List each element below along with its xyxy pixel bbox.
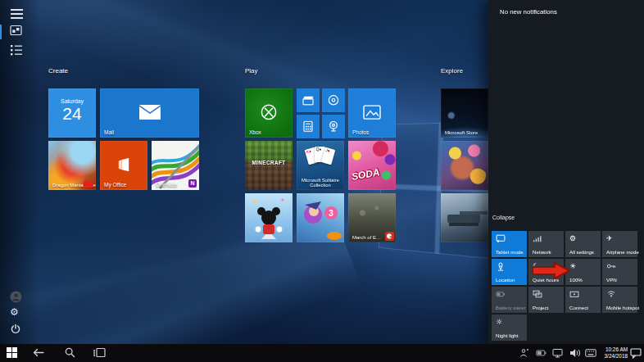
tile-solitaire[interactable]: K♦ Q♠ J♥ Microsoft Solitaire Collection [297, 141, 344, 190]
pinned-tiles-icon[interactable] [10, 24, 25, 38]
tile-groove-music[interactable] [322, 88, 345, 112]
quick-action-quiet-hours[interactable]: ☾ Quiet hours [528, 259, 564, 285]
user-avatar[interactable] [10, 291, 25, 305]
quick-action-label: Project [533, 305, 548, 310]
action-center-icon[interactable] [630, 348, 642, 360]
tile-label: Xbox [249, 129, 261, 135]
start-button[interactable] [7, 347, 18, 359]
network-display-icon[interactable] [552, 348, 564, 360]
volume-icon[interactable] [570, 348, 582, 360]
tile-calendar[interactable]: Saturday 24 [48, 88, 96, 138]
quick-action-label: All settings [569, 249, 594, 255]
quick-action-label: Network [533, 249, 551, 255]
project-screens-icon [533, 289, 542, 299]
quick-action-project[interactable]: Project [528, 287, 564, 313]
notifications-status: No new notifications [500, 8, 557, 16]
tile-candy-crush-soda[interactable]: SODA [348, 141, 396, 190]
taskbar-clock[interactable]: 10:26 AM 3/24/2018 [595, 346, 628, 360]
quick-action-night-light[interactable]: ☼ Night light [492, 314, 527, 341]
location-pin-icon [496, 261, 506, 271]
tile-march-of-empires[interactable]: March of Empires [348, 193, 396, 242]
xbox-logo-icon [260, 103, 278, 121]
quick-action-tablet-mode[interactable]: Tablet mode [492, 231, 527, 257]
quick-action-label: VPN [606, 277, 617, 283]
quick-action-connect[interactable]: Connect [565, 287, 601, 313]
sun-brightness-icon: ☀ [569, 261, 579, 271]
tile-bubble-witch-3[interactable]: 3 [297, 193, 344, 242]
battery-icon [496, 289, 506, 299]
tile-movies-tv[interactable] [297, 88, 320, 112]
gameloft-badge [385, 232, 394, 241]
quick-action-airplane-mode[interactable]: ✈ Airplane mode [602, 231, 637, 257]
quick-action-all-settings[interactable]: ⚙ All settings [565, 231, 601, 257]
game-badge [84, 181, 93, 188]
quick-action-vpn[interactable]: VPN [602, 259, 637, 285]
tile-disney-magic-kingdoms[interactable] [245, 193, 293, 242]
quick-action-label: Location [496, 277, 515, 283]
battery-icon[interactable] [536, 348, 547, 360]
tile-xbox[interactable]: Xbox [245, 88, 293, 138]
power-icon[interactable] [10, 324, 25, 338]
all-apps-icon[interactable] [10, 43, 25, 58]
tile-mail[interactable]: Mail [100, 88, 199, 138]
menu-hamburger-icon[interactable] [10, 7, 25, 21]
moon-icon: ☾ [533, 261, 542, 271]
quick-action-label: 100% [569, 277, 583, 283]
tile-game-art[interactable] [441, 141, 488, 190]
svg-text:3: 3 [329, 209, 333, 218]
group-header-play: Play [245, 67, 258, 75]
mail-envelope-icon [139, 105, 161, 120]
airplane-icon: ✈ [606, 233, 616, 243]
back-button[interactable] [33, 347, 44, 359]
tile-microsoft-store[interactable]: Microsoft Store [441, 88, 488, 138]
vpn-key-icon [606, 261, 616, 271]
tile-label: Photos [352, 129, 369, 135]
tile-photos[interactable]: Photos [348, 88, 396, 138]
quick-action-network[interactable]: Network [528, 231, 564, 257]
people-icon[interactable] [519, 348, 531, 360]
connect-display-icon [569, 289, 579, 299]
hotspot-broadcast-icon [606, 289, 616, 299]
camera-icon [328, 120, 339, 132]
tile-calculator[interactable] [297, 115, 320, 138]
settings-gear-icon[interactable]: ⚙ [10, 306, 25, 321]
quick-action-mobile-hotspot[interactable]: Mobile hotspot [602, 287, 637, 313]
quick-action-label: Airplane mode [606, 249, 639, 255]
photos-icon [363, 105, 381, 120]
search-button[interactable] [65, 347, 76, 359]
quick-action-brightness[interactable]: ☀ 100% [565, 259, 601, 285]
windows-start-screen: ⚙ Create Play Explore Saturday 24 Mail D… [0, 0, 644, 362]
tile-label: My Office [104, 182, 126, 188]
quick-action-label: Tablet mode [496, 249, 524, 255]
movies-tv-icon [302, 94, 314, 105]
calendar-day-name: Saturday [48, 98, 96, 104]
tile-dragon-mania-legends[interactable]: Dragon Mania Legends [48, 141, 96, 190]
tile-my-office[interactable]: My Office [100, 141, 147, 190]
quick-action-battery-saver[interactable]: Battery saver [492, 287, 527, 313]
group-header-create: Create [48, 67, 68, 75]
taskbar: 10:26 AM 3/24/2018 [0, 344, 644, 362]
selected-indicator [0, 25, 2, 39]
tile-camera[interactable] [322, 115, 345, 138]
tile-minecraft[interactable]: MINECRAFT [245, 141, 293, 190]
tile-onenote[interactable]: N OneNote [152, 141, 199, 190]
quick-action-label: Mobile hotspot [606, 305, 639, 310]
settings-gear-icon: ⚙ [569, 233, 579, 243]
network-signal-icon [533, 233, 542, 243]
quick-action-label: Quiet hours [533, 277, 559, 283]
tablet-mode-icon [496, 233, 506, 243]
tile-label: Microsoft Solitaire Collection [297, 178, 344, 188]
tile-label: March of Empires [352, 235, 385, 240]
quick-action-label: Night light [496, 333, 519, 338]
calculator-icon [303, 120, 314, 132]
quick-action-location[interactable]: Location [492, 259, 527, 285]
tank-art [447, 215, 480, 223]
onenote-badge: N [188, 179, 197, 188]
collapse-link[interactable]: Collapse [492, 215, 515, 220]
task-view-button[interactable] [93, 347, 105, 359]
minecraft-logo-text: MINECRAFT [245, 160, 293, 165]
soda-logo-text: SODA [351, 166, 381, 183]
group-header-explore: Explore [441, 67, 463, 75]
quick-action-label: Connect [569, 305, 588, 310]
tile-tank-game[interactable] [441, 193, 488, 242]
